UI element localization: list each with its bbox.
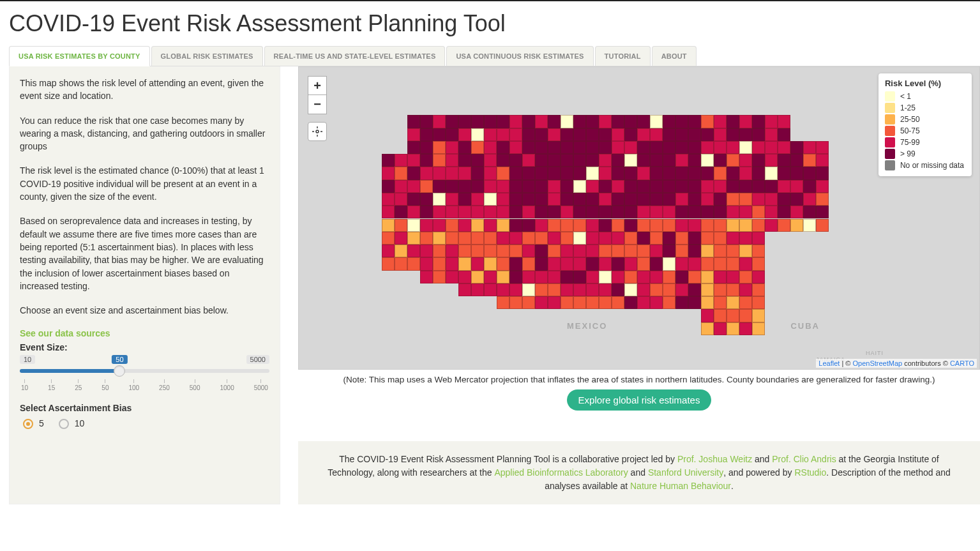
county-cell[interactable] — [548, 154, 561, 167]
county-cell[interactable] — [433, 193, 446, 206]
county-cell[interactable] — [599, 193, 612, 206]
county-cell[interactable] — [752, 180, 765, 193]
county-cell[interactable] — [446, 115, 458, 128]
county-cell[interactable] — [433, 232, 446, 245]
county-cell[interactable] — [701, 128, 714, 141]
county-cell[interactable] — [675, 245, 688, 257]
county-cell[interactable] — [599, 206, 612, 218]
county-cell[interactable] — [407, 141, 420, 154]
county-cell[interactable] — [650, 180, 663, 193]
county-cell[interactable] — [573, 296, 586, 309]
county-cell[interactable] — [803, 167, 816, 179]
county-cell[interactable] — [497, 193, 509, 206]
county-cell[interactable] — [650, 154, 663, 167]
county-cell[interactable] — [714, 167, 727, 179]
county-cell[interactable] — [739, 245, 752, 257]
andris-link[interactable]: Prof. Clio Andris — [772, 454, 836, 464]
county-cell[interactable] — [420, 154, 433, 167]
county-cell[interactable] — [484, 115, 497, 128]
county-cell[interactable] — [752, 206, 765, 218]
county-cell[interactable] — [497, 167, 509, 179]
county-cell[interactable] — [714, 193, 727, 206]
county-cell[interactable] — [509, 154, 522, 167]
county-cell[interactable] — [395, 219, 407, 232]
county-cell[interactable] — [471, 257, 484, 270]
county-cell[interactable] — [548, 245, 561, 257]
county-cell[interactable] — [790, 206, 803, 218]
county-cell[interactable] — [548, 167, 561, 179]
county-cell[interactable] — [701, 206, 714, 218]
county-cell[interactable] — [701, 296, 714, 309]
county-cell[interactable] — [484, 283, 497, 296]
county-cell[interactable] — [624, 128, 637, 141]
county-cell[interactable] — [599, 141, 612, 154]
county-cell[interactable] — [586, 193, 599, 206]
county-cell[interactable] — [548, 115, 561, 128]
county-cell[interactable] — [701, 167, 714, 179]
nature-link[interactable]: Nature Human Behaviour — [630, 481, 731, 491]
county-cell[interactable] — [573, 219, 586, 232]
county-cell[interactable] — [599, 167, 612, 179]
county-cell[interactable] — [420, 167, 433, 179]
county-cell[interactable] — [535, 154, 548, 167]
county-cell[interactable] — [624, 141, 637, 154]
county-cell[interactable] — [382, 193, 395, 206]
county-cell[interactable] — [509, 115, 522, 128]
county-cell[interactable] — [752, 296, 765, 309]
county-cell[interactable] — [548, 232, 561, 245]
county-cell[interactable] — [484, 271, 497, 283]
county-cell[interactable] — [599, 128, 612, 141]
county-cell[interactable] — [484, 257, 497, 270]
county-cell[interactable] — [407, 167, 420, 179]
county-cell[interactable] — [573, 283, 586, 296]
county-cell[interactable] — [446, 219, 458, 232]
county-cell[interactable] — [688, 232, 701, 245]
county-cell[interactable] — [612, 283, 624, 296]
county-cell[interactable] — [420, 232, 433, 245]
county-cell[interactable] — [535, 180, 548, 193]
county-cell[interactable] — [739, 206, 752, 218]
county-cell[interactable] — [407, 128, 420, 141]
county-cell[interactable] — [573, 257, 586, 270]
county-cell[interactable] — [395, 232, 407, 245]
county-cell[interactable] — [637, 271, 650, 283]
county-cell[interactable] — [599, 154, 612, 167]
county-cell[interactable] — [624, 232, 637, 245]
county-cell[interactable] — [663, 154, 675, 167]
county-cell[interactable] — [816, 167, 829, 179]
county-cell[interactable] — [573, 271, 586, 283]
county-cell[interactable] — [778, 206, 790, 218]
county-cell[interactable] — [675, 283, 688, 296]
county-cell[interactable] — [727, 115, 739, 128]
county-cell[interactable] — [382, 206, 395, 218]
county-cell[interactable] — [663, 257, 675, 270]
bias-radio-5[interactable]: 5 — [20, 417, 44, 429]
county-cell[interactable] — [816, 219, 829, 232]
county-cell[interactable] — [446, 245, 458, 257]
county-cell[interactable] — [522, 128, 535, 141]
county-cell[interactable] — [382, 219, 395, 232]
county-cell[interactable] — [586, 283, 599, 296]
county-cell[interactable] — [714, 115, 727, 128]
county-cell[interactable] — [573, 154, 586, 167]
county-cell[interactable] — [433, 115, 446, 128]
county-cell[interactable] — [522, 115, 535, 128]
county-cell[interactable] — [637, 245, 650, 257]
county-cell[interactable] — [509, 271, 522, 283]
county-cell[interactable] — [637, 296, 650, 309]
county-cell[interactable] — [471, 180, 484, 193]
county-cell[interactable] — [497, 180, 509, 193]
county-cell[interactable] — [701, 232, 714, 245]
county-cell[interactable] — [382, 154, 395, 167]
county-cell[interactable] — [522, 206, 535, 218]
county-cell[interactable] — [586, 167, 599, 179]
county-cell[interactable] — [778, 154, 790, 167]
county-cell[interactable] — [612, 180, 624, 193]
county-cell[interactable] — [420, 257, 433, 270]
county-cell[interactable] — [458, 271, 471, 283]
county-cell[interactable] — [688, 219, 701, 232]
event-size-slider[interactable]: 10 50 5000 1015255010025050010005000 — [20, 355, 269, 391]
osm-link[interactable]: OpenStreetMap — [852, 359, 902, 367]
county-cell[interactable] — [739, 141, 752, 154]
county-cell[interactable] — [446, 141, 458, 154]
